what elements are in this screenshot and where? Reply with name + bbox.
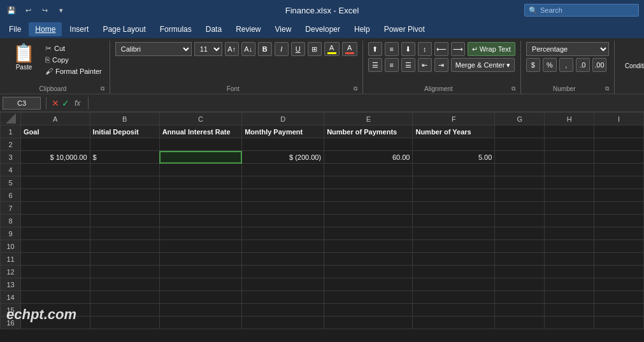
cell-E5[interactable]	[324, 176, 413, 189]
cell-G3[interactable]	[495, 151, 545, 164]
cell-B5[interactable]	[90, 176, 159, 189]
percent-button[interactable]: %	[543, 58, 557, 72]
save-icon[interactable]: 💾	[5, 4, 18, 17]
cell-G8[interactable]	[495, 215, 545, 227]
cell-B9[interactable]	[90, 227, 159, 240]
row-header-10[interactable]: 10	[1, 240, 21, 253]
cell-B11[interactable]	[90, 253, 159, 266]
cell-D7[interactable]	[242, 202, 324, 215]
cell-D16[interactable]	[242, 317, 324, 329]
cell-A6[interactable]	[21, 189, 90, 202]
cell-C4[interactable]	[159, 164, 242, 176]
cell-H16[interactable]	[545, 317, 594, 329]
cell-I1[interactable]	[594, 125, 644, 138]
menu-data[interactable]: Data	[199, 22, 228, 36]
cell-C9[interactable]	[159, 227, 242, 240]
cell-E15[interactable]	[324, 304, 413, 317]
cell-A5[interactable]	[21, 176, 90, 189]
row-header-4[interactable]: 4	[1, 164, 21, 176]
cell-B7[interactable]	[90, 202, 159, 215]
cell-F12[interactable]	[413, 266, 495, 278]
cell-B4[interactable]	[90, 164, 159, 176]
cell-G10[interactable]	[495, 240, 545, 253]
cell-E6[interactable]	[324, 189, 413, 202]
cell-I6[interactable]	[594, 189, 644, 202]
cell-B10[interactable]	[90, 240, 159, 253]
cell-C13[interactable]	[159, 278, 242, 291]
row-header-5[interactable]: 5	[1, 176, 21, 189]
cell-C8[interactable]	[159, 215, 242, 227]
font-size-select[interactable]: 11	[194, 42, 222, 56]
cell-F15[interactable]	[413, 304, 495, 317]
cell-I5[interactable]	[594, 176, 644, 189]
conditional-formatting-button[interactable]: ▦ Conditional Formatting▾	[620, 42, 644, 72]
increase-font-button[interactable]: A↑	[225, 42, 239, 56]
cell-A2[interactable]	[21, 138, 90, 151]
menu-file[interactable]: File	[3, 22, 27, 36]
cell-D10[interactable]	[242, 240, 324, 253]
cell-A1[interactable]: Goal	[21, 125, 90, 138]
cell-E12[interactable]	[324, 266, 413, 278]
cell-G5[interactable]	[495, 176, 545, 189]
row-header-2[interactable]: 2	[1, 138, 21, 151]
col-header-B[interactable]: B	[90, 113, 159, 125]
cell-C2[interactable]	[159, 138, 242, 151]
cell-F6[interactable]	[413, 189, 495, 202]
borders-button[interactable]: ⊞	[308, 42, 322, 56]
row-header-9[interactable]: 9	[1, 227, 21, 240]
cell-G11[interactable]	[495, 253, 545, 266]
cell-C10[interactable]	[159, 240, 242, 253]
cell-G2[interactable]	[495, 138, 545, 151]
search-box[interactable]: 🔍 Search	[524, 4, 639, 17]
cell-G16[interactable]	[495, 317, 545, 329]
menu-view[interactable]: View	[269, 22, 298, 36]
cell-D13[interactable]	[242, 278, 324, 291]
cell-E8[interactable]	[324, 215, 413, 227]
quick-access-more[interactable]: ▾	[55, 4, 68, 17]
row-header-6[interactable]: 6	[1, 189, 21, 202]
merge-center-button[interactable]: Merge & Center ▾	[451, 58, 515, 72]
cell-B15[interactable]	[90, 304, 159, 317]
col-header-E[interactable]: E	[324, 113, 413, 125]
cell-C5[interactable]	[159, 176, 242, 189]
cell-I11[interactable]	[594, 253, 644, 266]
cell-G14[interactable]	[495, 291, 545, 304]
menu-developer[interactable]: Developer	[299, 22, 347, 36]
font-color-button[interactable]: A	[342, 42, 357, 56]
menu-formulas[interactable]: Formulas	[154, 22, 198, 36]
col-header-C[interactable]: C	[159, 113, 242, 125]
cell-B14[interactable]	[90, 291, 159, 304]
cell-G1[interactable]	[495, 125, 545, 138]
cell-B16[interactable]	[90, 317, 159, 329]
cell-I2[interactable]	[594, 138, 644, 151]
row-header-7[interactable]: 7	[1, 202, 21, 215]
cell-H6[interactable]	[545, 189, 594, 202]
confirm-formula-icon[interactable]: ✓	[62, 98, 69, 108]
dollar-button[interactable]: $	[526, 58, 540, 72]
row-header-8[interactable]: 8	[1, 215, 21, 227]
cell-B8[interactable]	[90, 215, 159, 227]
cell-E13[interactable]	[324, 278, 413, 291]
cell-E3[interactable]: 60.00	[324, 151, 413, 164]
cell-A9[interactable]	[21, 227, 90, 240]
cell-C3[interactable]	[159, 151, 242, 164]
indent-left-button[interactable]: ⟵	[434, 42, 448, 56]
cell-E11[interactable]	[324, 253, 413, 266]
text-direction-button[interactable]: ↕	[418, 42, 432, 56]
align-right-button[interactable]: ☰	[401, 58, 415, 72]
cell-D8[interactable]	[242, 215, 324, 227]
cell-F1[interactable]: Number of Years	[413, 125, 495, 138]
cell-H8[interactable]	[545, 215, 594, 227]
cell-C1[interactable]: Annual Interest Rate	[159, 125, 242, 138]
cell-G15[interactable]	[495, 304, 545, 317]
cell-B12[interactable]	[90, 266, 159, 278]
undo-icon[interactable]: ↩	[22, 4, 34, 17]
cell-I9[interactable]	[594, 227, 644, 240]
cell-A11[interactable]	[21, 253, 90, 266]
cell-F13[interactable]	[413, 278, 495, 291]
cell-E1[interactable]: Number of Payments	[324, 125, 413, 138]
cell-D5[interactable]	[242, 176, 324, 189]
font-expand-icon[interactable]: ⧉	[354, 85, 357, 92]
cell-A4[interactable]	[21, 164, 90, 176]
cell-H15[interactable]	[545, 304, 594, 317]
